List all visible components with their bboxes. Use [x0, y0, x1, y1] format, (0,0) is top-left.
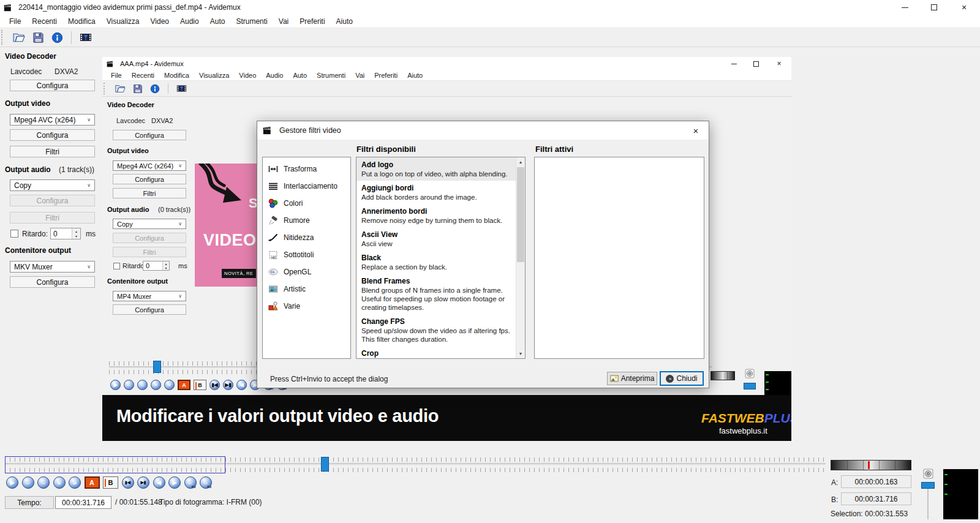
filter-blend-frames[interactable]: Blend Frames Blend groups of N frames in… [356, 274, 516, 314]
open-icon[interactable] [12, 31, 25, 44]
filter-aggiungi-bordi[interactable]: Aggiungi bordi Add black borders around … [356, 181, 516, 204]
filter-add-logo[interactable]: Add logo Put a logo on top of video, wit… [356, 157, 516, 181]
category-sottotitoli[interactable]: ABC Sottotitoli [263, 246, 350, 263]
anteprima-button[interactable]: Anteprima [607, 372, 657, 385]
audio-filtri-button: Filtri [10, 212, 95, 224]
menu-strumenti[interactable]: Strumenti [230, 17, 273, 26]
category-colori[interactable]: Colori [263, 195, 350, 212]
menu-preferiti[interactable]: Preferiti [294, 17, 330, 26]
menu-vai[interactable]: Vai [273, 17, 294, 26]
menu-auto: Auto [288, 72, 312, 79]
audio-codec-select[interactable]: Copy∨ [10, 179, 95, 191]
ritardo-spinner[interactable]: 0▴▾ [50, 228, 81, 239]
menu-visualizza[interactable]: Visualizza [101, 17, 145, 26]
save-icon[interactable] [32, 32, 44, 43]
menu-modifica[interactable]: Modifica [62, 17, 101, 26]
ritardo-unit: ms [86, 230, 96, 238]
filter-annerimento-bordi[interactable]: Annerimento bordi Remove noisy edge by t… [356, 204, 516, 227]
category-interlacciamento[interactable]: Interlacciamento [263, 178, 350, 195]
play-button[interactable]: ▶ [6, 476, 18, 489]
inner-jog-wheel [710, 371, 735, 380]
filter-black[interactable]: Black Replace a section by black. [356, 250, 516, 274]
main-transport-bar: ▶ ← → « » A B ▮◀ ▶▮ ◀ ▶ ←60 →60 [6, 476, 212, 489]
mark-a-button[interactable]: A [85, 476, 100, 489]
menu-auto[interactable]: Auto [205, 17, 231, 26]
current-time-field[interactable]: 00:00:31.716 [55, 496, 111, 509]
timeline-handle[interactable] [321, 457, 329, 472]
back-minute-button[interactable]: ←60 [184, 476, 197, 489]
scroll-up-icon[interactable]: ▲ [516, 157, 525, 167]
spinner-arrows-icon[interactable]: ▴▾ [72, 228, 80, 239]
last-frame-button[interactable]: ▶▮ [137, 476, 149, 489]
video-filtri-button[interactable]: Filtri [10, 146, 95, 157]
category-nitidezza[interactable]: Nitidezza [263, 229, 350, 246]
decoder-configura-button[interactable]: Configura [10, 80, 95, 91]
video-filters-icon[interactable] [80, 31, 92, 43]
ritardo-spinner: 0▴▾ [143, 261, 170, 271]
filter-ascii-view[interactable]: Ascii View Ascii view [356, 227, 516, 250]
fastwebplus-logo: FASTWEBPLUS [701, 411, 791, 426]
filters-scrollbar[interactable]: ▲ ▼ [516, 157, 525, 358]
information-icon[interactable] [51, 32, 63, 43]
volume-icon[interactable] [923, 468, 933, 479]
muxer-select: MP4 Muxer∨ [113, 291, 186, 301]
marker-a-value: 00:00:00.163 [841, 475, 911, 488]
chevron-down-icon: ∨ [87, 182, 91, 188]
jog-wheel[interactable] [831, 460, 911, 470]
previous-keyframe-button[interactable]: ◀ [153, 476, 165, 489]
filter-crop[interactable]: Crop [356, 346, 516, 359]
category-opengl[interactable]: GL OpenGL [263, 263, 350, 280]
video-codec-select[interactable]: Mpeg4 AVC (x264)∨ [10, 114, 95, 126]
avidemux-app-icon [4, 4, 12, 12]
next-intra-button[interactable]: » [69, 476, 81, 489]
forward-minute-button[interactable]: →60 [200, 476, 212, 489]
inner-window-title: AAA.mp4 - Avidemux [120, 60, 184, 67]
category-artistic[interactable]: Artistic [263, 280, 350, 298]
menu-recenti[interactable]: Recenti [26, 17, 62, 26]
menu-aiuto[interactable]: Aiuto [331, 17, 358, 26]
next-keyframe-button[interactable]: ▶ [168, 476, 181, 489]
muxer-select[interactable]: MKV Muxer∨ [10, 261, 95, 273]
scrollbar-thumb[interactable] [517, 167, 524, 262]
dialog-close-icon[interactable]: × [683, 121, 709, 140]
scroll-down-icon[interactable]: ▼ [516, 349, 525, 358]
close-button[interactable]: × [948, 0, 980, 15]
menu-video[interactable]: Video [145, 17, 175, 26]
chiudi-button[interactable]: × Chiudi [660, 371, 704, 386]
container-heading: Contenitore output [5, 246, 71, 255]
first-frame-button[interactable]: ▮◀ [122, 476, 134, 489]
menu-visualizza: Visualizza [194, 72, 234, 79]
output-video-heading: Output video [5, 99, 50, 108]
ritardo-checkbox[interactable] [10, 230, 18, 238]
previous-intra-button[interactable]: « [53, 476, 66, 489]
inner-timeline-handle [153, 361, 161, 373]
menu-audio[interactable]: Audio [175, 17, 205, 26]
category-rumore[interactable]: Rumore [263, 212, 350, 229]
mark-b-button[interactable]: B [103, 476, 118, 489]
opengl-icon: GL [268, 267, 278, 277]
decoder-name: Lavcodec [116, 117, 145, 124]
dialog-titlebar: Gestore filtri video × [257, 121, 709, 140]
avidemux-app-icon [263, 126, 271, 135]
next-frame-button[interactable]: → [37, 476, 50, 489]
category-trasforma[interactable]: Trasforma [263, 160, 350, 178]
inner-volume-handle [744, 383, 756, 389]
muxer-configura-button[interactable]: Configura [10, 276, 95, 288]
minimize-button[interactable] [891, 0, 919, 15]
colors-icon [268, 198, 278, 208]
menu-file[interactable]: File [4, 17, 26, 26]
inner-audio-meter [764, 371, 791, 396]
maximize-button[interactable] [919, 0, 948, 15]
active-filters-list[interactable] [534, 157, 704, 359]
audio-tracks-count: (0 track(s)) [158, 206, 190, 213]
volume-slider-track[interactable] [927, 484, 929, 519]
video-configura-button[interactable]: Configura [10, 129, 95, 141]
ritardo-label: Ritardo: [22, 230, 48, 238]
chevron-down-icon: ∨ [87, 264, 91, 269]
previous-frame-button[interactable]: ← [22, 476, 34, 489]
category-varie[interactable]: Varie [263, 298, 350, 315]
toolbar-grip[interactable] [1, 30, 4, 44]
filter-change-fps[interactable]: Change FPS Speed up/slow down the video … [356, 314, 516, 346]
tempo-button[interactable]: Tempo: [5, 496, 54, 509]
volume-slider-handle[interactable] [921, 482, 935, 489]
